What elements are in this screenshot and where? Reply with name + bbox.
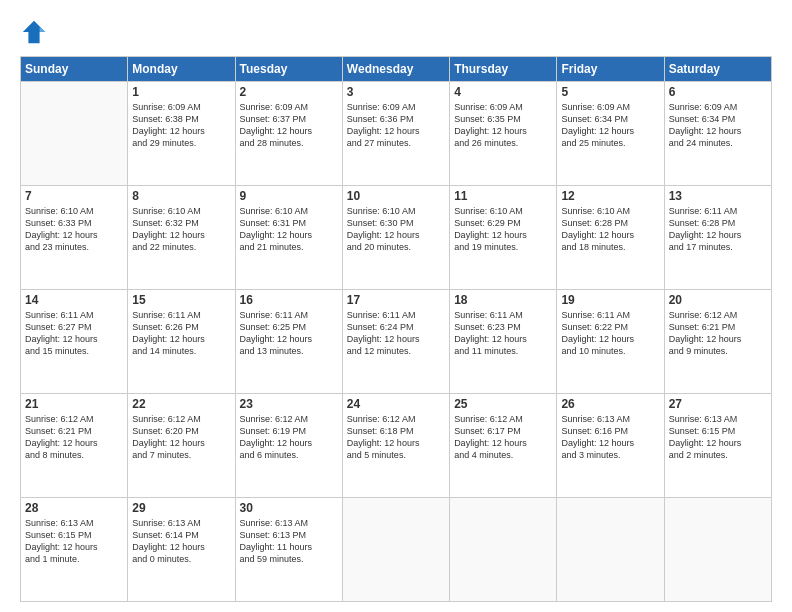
day-cell: 10Sunrise: 6:10 AM Sunset: 6:30 PM Dayli… (342, 186, 449, 290)
day-info: Sunrise: 6:09 AM Sunset: 6:36 PM Dayligh… (347, 101, 445, 150)
day-number: 11 (454, 189, 552, 203)
day-info: Sunrise: 6:13 AM Sunset: 6:15 PM Dayligh… (669, 413, 767, 462)
day-info: Sunrise: 6:09 AM Sunset: 6:38 PM Dayligh… (132, 101, 230, 150)
day-cell: 3Sunrise: 6:09 AM Sunset: 6:36 PM Daylig… (342, 82, 449, 186)
weekday-header-sunday: Sunday (21, 57, 128, 82)
svg-marker-1 (40, 26, 46, 32)
day-number: 27 (669, 397, 767, 411)
day-cell: 11Sunrise: 6:10 AM Sunset: 6:29 PM Dayli… (450, 186, 557, 290)
day-number: 26 (561, 397, 659, 411)
day-info: Sunrise: 6:10 AM Sunset: 6:32 PM Dayligh… (132, 205, 230, 254)
day-number: 18 (454, 293, 552, 307)
day-cell (21, 82, 128, 186)
day-cell (557, 498, 664, 602)
page-header (20, 18, 772, 46)
calendar-table: SundayMondayTuesdayWednesdayThursdayFrid… (20, 56, 772, 602)
day-cell: 4Sunrise: 6:09 AM Sunset: 6:35 PM Daylig… (450, 82, 557, 186)
day-number: 5 (561, 85, 659, 99)
day-number: 8 (132, 189, 230, 203)
day-info: Sunrise: 6:13 AM Sunset: 6:15 PM Dayligh… (25, 517, 123, 566)
day-info: Sunrise: 6:09 AM Sunset: 6:37 PM Dayligh… (240, 101, 338, 150)
day-info: Sunrise: 6:12 AM Sunset: 6:21 PM Dayligh… (669, 309, 767, 358)
day-cell: 8Sunrise: 6:10 AM Sunset: 6:32 PM Daylig… (128, 186, 235, 290)
day-cell (450, 498, 557, 602)
day-number: 15 (132, 293, 230, 307)
weekday-header-wednesday: Wednesday (342, 57, 449, 82)
day-cell: 7Sunrise: 6:10 AM Sunset: 6:33 PM Daylig… (21, 186, 128, 290)
day-cell: 17Sunrise: 6:11 AM Sunset: 6:24 PM Dayli… (342, 290, 449, 394)
day-number: 29 (132, 501, 230, 515)
day-info: Sunrise: 6:12 AM Sunset: 6:19 PM Dayligh… (240, 413, 338, 462)
day-info: Sunrise: 6:11 AM Sunset: 6:28 PM Dayligh… (669, 205, 767, 254)
day-number: 1 (132, 85, 230, 99)
weekday-header-friday: Friday (557, 57, 664, 82)
day-cell: 28Sunrise: 6:13 AM Sunset: 6:15 PM Dayli… (21, 498, 128, 602)
day-info: Sunrise: 6:11 AM Sunset: 6:26 PM Dayligh… (132, 309, 230, 358)
weekday-header-tuesday: Tuesday (235, 57, 342, 82)
day-info: Sunrise: 6:10 AM Sunset: 6:33 PM Dayligh… (25, 205, 123, 254)
day-cell: 29Sunrise: 6:13 AM Sunset: 6:14 PM Dayli… (128, 498, 235, 602)
day-cell: 30Sunrise: 6:13 AM Sunset: 6:13 PM Dayli… (235, 498, 342, 602)
day-number: 22 (132, 397, 230, 411)
day-info: Sunrise: 6:11 AM Sunset: 6:24 PM Dayligh… (347, 309, 445, 358)
day-info: Sunrise: 6:09 AM Sunset: 6:34 PM Dayligh… (561, 101, 659, 150)
day-info: Sunrise: 6:10 AM Sunset: 6:28 PM Dayligh… (561, 205, 659, 254)
day-info: Sunrise: 6:11 AM Sunset: 6:22 PM Dayligh… (561, 309, 659, 358)
day-info: Sunrise: 6:12 AM Sunset: 6:18 PM Dayligh… (347, 413, 445, 462)
logo (20, 18, 52, 46)
day-info: Sunrise: 6:09 AM Sunset: 6:35 PM Dayligh… (454, 101, 552, 150)
day-cell: 26Sunrise: 6:13 AM Sunset: 6:16 PM Dayli… (557, 394, 664, 498)
day-cell (342, 498, 449, 602)
day-number: 16 (240, 293, 338, 307)
day-info: Sunrise: 6:11 AM Sunset: 6:27 PM Dayligh… (25, 309, 123, 358)
day-number: 10 (347, 189, 445, 203)
day-info: Sunrise: 6:12 AM Sunset: 6:21 PM Dayligh… (25, 413, 123, 462)
day-cell: 24Sunrise: 6:12 AM Sunset: 6:18 PM Dayli… (342, 394, 449, 498)
week-row-2: 7Sunrise: 6:10 AM Sunset: 6:33 PM Daylig… (21, 186, 772, 290)
day-number: 24 (347, 397, 445, 411)
day-number: 6 (669, 85, 767, 99)
day-info: Sunrise: 6:13 AM Sunset: 6:16 PM Dayligh… (561, 413, 659, 462)
day-number: 30 (240, 501, 338, 515)
week-row-5: 28Sunrise: 6:13 AM Sunset: 6:15 PM Dayli… (21, 498, 772, 602)
day-cell: 14Sunrise: 6:11 AM Sunset: 6:27 PM Dayli… (21, 290, 128, 394)
day-number: 21 (25, 397, 123, 411)
day-cell: 23Sunrise: 6:12 AM Sunset: 6:19 PM Dayli… (235, 394, 342, 498)
day-number: 12 (561, 189, 659, 203)
week-row-1: 1Sunrise: 6:09 AM Sunset: 6:38 PM Daylig… (21, 82, 772, 186)
day-number: 20 (669, 293, 767, 307)
day-number: 9 (240, 189, 338, 203)
day-cell: 2Sunrise: 6:09 AM Sunset: 6:37 PM Daylig… (235, 82, 342, 186)
logo-icon (20, 18, 48, 46)
day-number: 28 (25, 501, 123, 515)
day-info: Sunrise: 6:12 AM Sunset: 6:20 PM Dayligh… (132, 413, 230, 462)
day-number: 2 (240, 85, 338, 99)
day-cell: 16Sunrise: 6:11 AM Sunset: 6:25 PM Dayli… (235, 290, 342, 394)
day-info: Sunrise: 6:09 AM Sunset: 6:34 PM Dayligh… (669, 101, 767, 150)
day-info: Sunrise: 6:12 AM Sunset: 6:17 PM Dayligh… (454, 413, 552, 462)
day-info: Sunrise: 6:10 AM Sunset: 6:31 PM Dayligh… (240, 205, 338, 254)
day-number: 7 (25, 189, 123, 203)
day-number: 3 (347, 85, 445, 99)
day-info: Sunrise: 6:13 AM Sunset: 6:14 PM Dayligh… (132, 517, 230, 566)
day-cell: 13Sunrise: 6:11 AM Sunset: 6:28 PM Dayli… (664, 186, 771, 290)
weekday-header-row: SundayMondayTuesdayWednesdayThursdayFrid… (21, 57, 772, 82)
day-cell: 21Sunrise: 6:12 AM Sunset: 6:21 PM Dayli… (21, 394, 128, 498)
day-info: Sunrise: 6:10 AM Sunset: 6:30 PM Dayligh… (347, 205, 445, 254)
day-number: 17 (347, 293, 445, 307)
day-cell: 6Sunrise: 6:09 AM Sunset: 6:34 PM Daylig… (664, 82, 771, 186)
day-cell: 27Sunrise: 6:13 AM Sunset: 6:15 PM Dayli… (664, 394, 771, 498)
day-cell (664, 498, 771, 602)
weekday-header-monday: Monday (128, 57, 235, 82)
day-cell: 5Sunrise: 6:09 AM Sunset: 6:34 PM Daylig… (557, 82, 664, 186)
day-cell: 9Sunrise: 6:10 AM Sunset: 6:31 PM Daylig… (235, 186, 342, 290)
day-info: Sunrise: 6:10 AM Sunset: 6:29 PM Dayligh… (454, 205, 552, 254)
day-cell: 15Sunrise: 6:11 AM Sunset: 6:26 PM Dayli… (128, 290, 235, 394)
day-number: 4 (454, 85, 552, 99)
week-row-3: 14Sunrise: 6:11 AM Sunset: 6:27 PM Dayli… (21, 290, 772, 394)
day-info: Sunrise: 6:11 AM Sunset: 6:25 PM Dayligh… (240, 309, 338, 358)
day-number: 23 (240, 397, 338, 411)
day-cell: 20Sunrise: 6:12 AM Sunset: 6:21 PM Dayli… (664, 290, 771, 394)
day-info: Sunrise: 6:13 AM Sunset: 6:13 PM Dayligh… (240, 517, 338, 566)
day-cell: 12Sunrise: 6:10 AM Sunset: 6:28 PM Dayli… (557, 186, 664, 290)
